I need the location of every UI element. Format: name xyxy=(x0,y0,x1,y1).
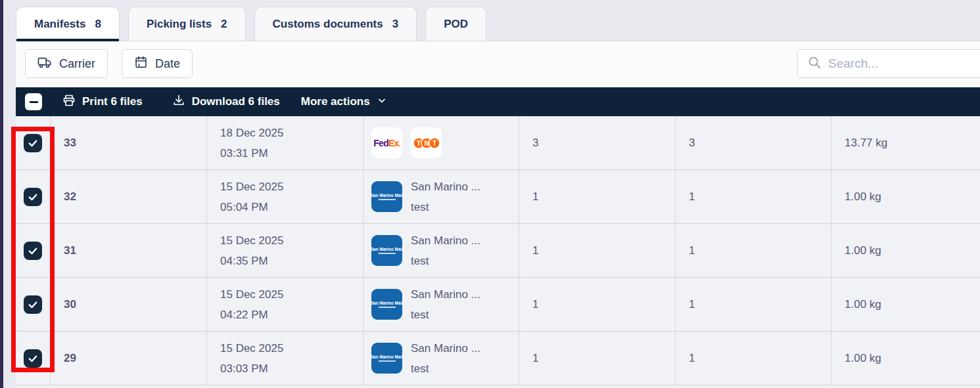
row-checkbox[interactable] xyxy=(24,242,42,260)
parcels-count: 1 xyxy=(676,332,831,385)
carrier-subtext: test xyxy=(411,305,480,325)
chevron-down-icon xyxy=(377,95,387,109)
carrier-subtext: test xyxy=(411,251,480,271)
manifest-id: 31 xyxy=(51,224,207,277)
manifest-id: 32 xyxy=(51,170,207,223)
table-row[interactable]: 32 15 Dec 2025 05:04 PM San Marino Mail … xyxy=(16,170,980,224)
tab-pod[interactable]: POD xyxy=(425,7,486,41)
parcels-count: 1 xyxy=(676,170,831,223)
san-marino-mail-logo: San Marino Mail xyxy=(371,235,402,266)
download-files-button[interactable]: Download 6 files xyxy=(172,94,280,110)
san-marino-mail-logo: San Marino Mail xyxy=(371,181,402,212)
manifest-time: 03:31 PM xyxy=(220,143,268,163)
table-row[interactable]: 31 15 Dec 2025 04:35 PM San Marino Mail … xyxy=(16,224,980,278)
tab-label: Customs documents xyxy=(273,18,383,31)
manifest-date: 18 Dec 2025 xyxy=(220,123,283,143)
carrier-name: San Marino ... xyxy=(411,177,480,197)
total-weight: 1.00 kg xyxy=(831,224,980,277)
carrier-subtext: test xyxy=(411,197,480,217)
manifest-id: 30 xyxy=(51,278,207,331)
truck-icon xyxy=(37,56,52,72)
indeterminate-dash-icon xyxy=(30,101,38,103)
manifest-id: 29 xyxy=(51,332,207,385)
tab-count-badge: 3 xyxy=(392,18,398,31)
manifest-date-cell: 15 Dec 2025 05:04 PM xyxy=(207,170,363,223)
shipments-count: 1 xyxy=(519,278,676,331)
carrier-name: San Marino ... xyxy=(411,284,480,305)
shipments-count: 3 xyxy=(519,116,676,169)
more-actions-button[interactable]: More actions xyxy=(301,95,387,109)
row-checkbox[interactable] xyxy=(24,295,42,314)
shipments-count: 1 xyxy=(519,170,676,223)
manifest-time: 04:35 PM xyxy=(220,251,268,271)
manifest-date: 15 Dec 2025 xyxy=(220,338,283,358)
san-marino-mail-logo: San Marino Mail xyxy=(371,343,402,374)
manifest-date: 15 Dec 2025 xyxy=(220,284,283,305)
table-row[interactable]: 29 15 Dec 2025 03:03 PM San Marino Mail … xyxy=(16,332,980,385)
total-weight: 1.00 kg xyxy=(831,170,980,223)
manifest-date-cell: 15 Dec 2025 04:35 PM xyxy=(207,224,363,277)
download-files-label: Download 6 files xyxy=(192,95,280,108)
bulk-actions-bar: Print 6 files Download 6 files More acti… xyxy=(16,87,980,116)
tab-label: Manifests xyxy=(34,18,85,31)
tab-label: POD xyxy=(444,18,468,31)
tab-count-badge: 8 xyxy=(95,18,101,31)
carrier-cell: San Marino Mail San Marino ... test xyxy=(363,224,519,277)
total-weight: 13.77 kg xyxy=(831,116,980,169)
select-all-checkbox[interactable] xyxy=(25,93,42,110)
document-tabs: Manifests 8 Picking lists 2 Customs docu… xyxy=(16,7,980,41)
shipments-count: 1 xyxy=(519,224,676,277)
svg-text:T: T xyxy=(432,139,436,146)
tnt-logo: T N T xyxy=(411,127,442,158)
row-checkbox[interactable] xyxy=(24,134,42,152)
carrier-cell: San Marino Mail San Marino ... test xyxy=(363,278,519,331)
manifest-id: 33 xyxy=(51,116,207,169)
san-marino-mail-logo: San Marino Mail xyxy=(371,289,402,320)
print-files-button[interactable]: Print 6 files xyxy=(62,94,143,110)
manifest-date-cell: 15 Dec 2025 04:22 PM xyxy=(207,278,363,331)
carrier-filter-button[interactable]: Carrier xyxy=(25,49,108,78)
tab-label: Picking lists xyxy=(147,18,212,31)
carrier-name: San Marino ... xyxy=(411,230,480,251)
window-left-edge xyxy=(0,0,3,388)
search-input[interactable] xyxy=(828,56,980,71)
calendar-icon xyxy=(134,55,148,72)
carrier-cell: FedEx. T N T xyxy=(363,116,519,169)
table-row[interactable]: 33 18 Dec 2025 03:31 PM FedEx. T N T 3 3 xyxy=(16,116,980,170)
manifests-table: 33 18 Dec 2025 03:31 PM FedEx. T N T 3 3 xyxy=(16,116,980,388)
carrier-cell: San Marino Mail San Marino ... test xyxy=(363,332,519,385)
tab-picking-lists[interactable]: Picking lists 2 xyxy=(128,7,246,41)
manifest-date: 15 Dec 2025 xyxy=(220,177,283,197)
manifest-date: 15 Dec 2025 xyxy=(220,230,283,251)
search-icon xyxy=(807,55,822,72)
carrier-cell: San Marino Mail San Marino ... test xyxy=(363,170,519,223)
fedex-logo: FedEx. xyxy=(371,127,402,158)
parcels-count: 1 xyxy=(676,224,831,277)
row-checkbox[interactable] xyxy=(24,188,42,206)
date-filter-label: Date xyxy=(155,57,180,71)
more-actions-label: More actions xyxy=(301,95,370,108)
tab-customs-documents[interactable]: Customs documents 3 xyxy=(254,7,417,41)
date-filter-button[interactable]: Date xyxy=(122,49,193,78)
svg-text:N: N xyxy=(424,139,429,146)
svg-text:T: T xyxy=(416,139,420,146)
carrier-name: San Marino ... xyxy=(411,338,480,358)
carrier-filter-label: Carrier xyxy=(59,57,95,71)
download-icon xyxy=(172,94,185,110)
manifest-date-cell: 15 Dec 2025 03:03 PM xyxy=(207,332,363,385)
total-weight: 1.00 kg xyxy=(831,332,980,385)
manifest-time: 03:03 PM xyxy=(220,358,268,379)
print-files-label: Print 6 files xyxy=(82,95,143,108)
search-field[interactable] xyxy=(797,49,980,78)
table-row[interactable]: 30 15 Dec 2025 04:22 PM San Marino Mail … xyxy=(16,278,980,332)
row-checkbox[interactable] xyxy=(24,349,42,368)
tab-count-badge: 2 xyxy=(221,18,227,31)
filter-toolbar: Carrier Date xyxy=(16,41,980,87)
manifest-time: 05:04 PM xyxy=(220,197,268,217)
carrier-subtext: test xyxy=(411,358,480,379)
parcels-count: 3 xyxy=(676,116,831,169)
manifest-date-cell: 18 Dec 2025 03:31 PM xyxy=(207,116,363,169)
parcels-count: 1 xyxy=(676,278,831,331)
total-weight: 1.00 kg xyxy=(831,278,980,331)
tab-manifests[interactable]: Manifests 8 xyxy=(16,7,120,41)
